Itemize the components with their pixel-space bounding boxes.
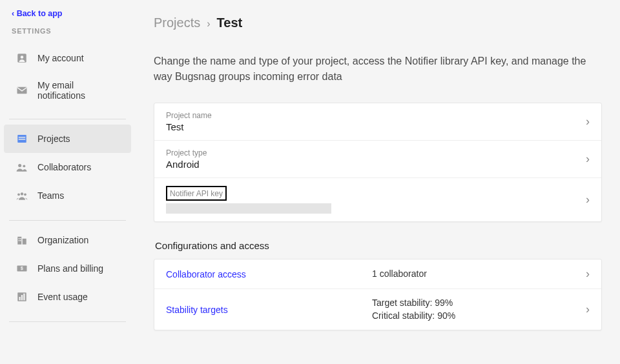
svg-rect-16 [20,240,21,241]
sidebar-divider [9,321,126,322]
usage-icon [16,290,28,303]
project-name-row[interactable]: Project name Test › [154,103,601,141]
field-value: Test [166,121,578,132]
row-link: Stability targets [166,305,228,315]
breadcrumb-current: Test [217,15,243,30]
sidebar-item-teams[interactable]: Teams [4,181,131,210]
organization-icon [16,234,28,247]
sidebar-item-email-notifications[interactable]: My email notifications [4,72,131,108]
sidebar-divider [9,119,126,119]
mail-icon [16,84,28,97]
chevron-right-icon: › [586,267,590,281]
svg-point-6 [18,164,21,167]
field-label: Project name [166,111,578,120]
sidebar-item-projects[interactable]: Projects [4,125,131,153]
sidebar-item-plans-billing[interactable]: $ Plans and billing [4,254,131,283]
svg-point-8 [17,193,20,196]
sidebar-item-label: Plans and billing [37,263,119,274]
stability-critical-value: Critical stability: 90% [372,310,578,323]
svg-point-10 [24,193,26,196]
settings-sidebar: ‹ Back to app SETTINGS My account My ema… [0,0,136,364]
breadcrumb-root[interactable]: Projects [154,15,200,30]
svg-point-7 [23,165,25,167]
sidebar-item-organization[interactable]: Organization [4,226,131,254]
chevron-right-icon: › [586,152,590,166]
projects-icon [16,132,28,145]
chevron-right-icon: › [586,303,590,316]
svg-point-1 [21,56,24,59]
back-to-app-link[interactable]: ‹ Back to app [0,9,135,27]
sidebar-item-label: Event usage [37,292,119,302]
stability-targets-row[interactable]: Stability targets Target stability: 99% … [154,289,601,330]
teams-icon [16,189,28,202]
sidebar-item-label: My email notifications [37,80,119,101]
svg-text:$: $ [21,266,23,271]
sidebar-item-label: Collaborators [37,162,119,172]
sidebar-item-collaborators[interactable]: Collaborators [4,153,131,181]
breadcrumb: Projects › Test [154,15,602,30]
page-description: Change the name and type of your project… [154,54,599,85]
configurations-list: Collaborator access 1 collaborator › Sta… [154,259,602,330]
chevron-right-icon: › [586,115,590,128]
notifier-api-key-row[interactable]: Notifier API key › [154,178,601,221]
chevron-right-icon: › [586,193,590,207]
field-label: Project type [166,148,578,157]
svg-rect-4 [19,137,26,138]
billing-icon: $ [16,262,28,275]
svg-rect-14 [20,238,21,239]
project-type-row[interactable]: Project type Android › [154,141,601,178]
sidebar-item-label: Teams [37,190,119,201]
chevron-right-icon: › [207,18,210,30]
configurations-section-title: Configurations and access [155,240,602,251]
main-content: Projects › Test Change the name and type… [136,0,620,364]
collaborators-icon [16,161,28,174]
svg-rect-21 [21,295,23,300]
collaborator-access-row[interactable]: Collaborator access 1 collaborator › [154,259,601,289]
sidebar-item-event-usage[interactable]: Event usage [4,283,131,311]
project-settings-list: Project name Test › Project type Android… [154,103,602,222]
sidebar-item-label: My account [37,53,119,63]
svg-point-9 [21,192,23,195]
settings-label: SETTINGS [0,27,135,44]
field-value: Android [166,159,578,170]
svg-rect-15 [19,240,20,241]
svg-rect-5 [19,139,26,140]
stability-target-value: Target stability: 99% [372,297,578,310]
notifier-api-key-label-highlight: Notifier API key [166,186,227,201]
svg-rect-12 [23,239,26,245]
svg-rect-22 [23,294,25,301]
sidebar-item-my-account[interactable]: My account [4,44,131,72]
row-value: 1 collaborator [372,268,578,281]
sidebar-divider [9,220,126,221]
account-icon [16,52,28,65]
svg-rect-20 [19,297,21,300]
sidebar-item-label: Organization [37,235,119,245]
svg-rect-13 [19,238,20,239]
sidebar-item-label: Projects [37,134,119,144]
row-link: Collaborator access [166,269,246,279]
field-label: Notifier API key [170,189,223,198]
api-key-redacted-value [166,203,331,214]
